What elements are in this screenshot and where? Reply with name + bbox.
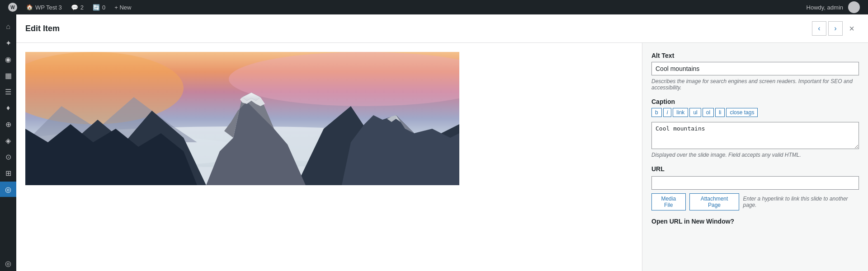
wp-logo-icon: W — [8, 3, 17, 12]
sidebar-icon-comments[interactable]: ☰ — [0, 84, 16, 99]
caption-btn-b[interactable]: b — [651, 108, 662, 117]
comment-count: 2 — [80, 4, 84, 11]
sidebar-icon-slider[interactable]: ◎ — [0, 182, 16, 197]
sidebar-icon-users[interactable]: ◈ — [0, 133, 16, 148]
alt-text-group: Alt Text Describes the image for search … — [651, 52, 859, 91]
sidebar-icon-pages[interactable]: ▦ — [0, 68, 16, 83]
slide-image — [25, 52, 459, 185]
caption-label: Caption — [651, 98, 859, 105]
avatar — [848, 1, 860, 13]
modal-title: Edit Item — [25, 24, 60, 33]
site-name: WP Test 3 — [35, 4, 62, 11]
caption-group: Caption b i link ul ol li close tags Coo… — [651, 98, 859, 158]
content-area: Edit Item ‹ › × — [16, 14, 868, 271]
image-panel — [16, 43, 642, 271]
new-label: + New — [114, 4, 131, 11]
modal-body: Alt Text Describes the image for search … — [16, 43, 868, 271]
main-layout: ⌂ ✦ ◉ ▦ ☰ ♦ ⊕ ◈ ⊙ ⊞ ◎ ◎ Edit Item ‹ › × — [0, 14, 868, 271]
alt-text-input[interactable] — [651, 62, 859, 75]
sidebar-icon-appearance[interactable]: ♦ — [0, 100, 16, 116]
sidebar-icon-plugins[interactable]: ⊕ — [0, 117, 16, 132]
new-item[interactable]: + New — [110, 0, 136, 14]
caption-btn-li[interactable]: li — [715, 108, 725, 117]
attachment-page-button[interactable]: Attachment Page — [689, 193, 740, 210]
modal-header: Edit Item ‹ › × — [16, 14, 868, 43]
url-label: URL — [651, 165, 859, 173]
sidebar-icon-media[interactable]: ◉ — [0, 51, 16, 67]
caption-textarea[interactable]: Cool mountains — [651, 122, 859, 149]
comment-icon: 💬 — [71, 4, 78, 11]
sidebar-icon-settings[interactable]: ⊞ — [0, 165, 16, 181]
edit-modal: Edit Item ‹ › × — [16, 14, 868, 271]
site-name-item[interactable]: 🏠 WP Test 3 — [22, 0, 66, 14]
open-url-group: Open URL in New Window? — [651, 218, 859, 225]
caption-btn-i[interactable]: i — [663, 108, 672, 117]
howdy-item[interactable]: Howdy, admin — [802, 0, 864, 14]
close-button[interactable]: × — [844, 21, 859, 36]
caption-btn-link[interactable]: link — [673, 108, 688, 117]
modal-nav-buttons: ‹ › × — [812, 21, 859, 36]
url-field-group: URL Media File Attachment Page Enter a h… — [651, 165, 859, 210]
comments-item[interactable]: 💬 2 — [66, 0, 88, 14]
updates-item[interactable]: 🔄 0 — [88, 0, 110, 14]
url-hint: Enter a hyperlink to link this slide to … — [743, 196, 859, 208]
caption-btn-close-tags[interactable]: close tags — [726, 108, 758, 117]
url-button-row: Media File Attachment Page Enter a hyper… — [651, 193, 859, 210]
admin-bar: W 🏠 WP Test 3 💬 2 🔄 0 + New Howdy, admin — [0, 0, 868, 14]
sidebar-icon-tools[interactable]: ⊙ — [0, 149, 16, 164]
alt-text-description: Describes the image for search engines a… — [651, 78, 859, 91]
media-file-button[interactable]: Media File — [651, 193, 686, 210]
sidebar-icon-extra[interactable]: ◎ — [0, 256, 16, 271]
wp-sidebar: ⌂ ✦ ◉ ▦ ☰ ♦ ⊕ ◈ ⊙ ⊞ ◎ ◎ — [0, 14, 16, 271]
caption-btn-ol[interactable]: ol — [703, 108, 714, 117]
admin-bar-right: Howdy, admin — [802, 0, 864, 14]
caption-description: Displayed over the slide image. Field ac… — [651, 152, 859, 158]
home-icon: 🏠 — [26, 4, 33, 10]
url-input[interactable] — [651, 176, 859, 190]
update-count: 0 — [102, 4, 105, 11]
right-panel: Alt Text Describes the image for search … — [642, 43, 868, 271]
update-icon: 🔄 — [93, 4, 100, 11]
howdy-text: Howdy, admin — [807, 4, 843, 11]
open-url-label: Open URL in New Window? — [651, 218, 859, 225]
caption-toolbar: b i link ul ol li close tags — [651, 108, 859, 117]
sidebar-icon-posts[interactable]: ✦ — [0, 35, 16, 51]
caption-btn-ul[interactable]: ul — [689, 108, 701, 117]
alt-text-label: Alt Text — [651, 52, 859, 59]
next-button[interactable]: › — [828, 21, 843, 36]
wp-logo-item[interactable]: W — [4, 0, 22, 14]
prev-button[interactable]: ‹ — [812, 21, 826, 36]
sidebar-icon-dashboard[interactable]: ⌂ — [0, 19, 16, 34]
